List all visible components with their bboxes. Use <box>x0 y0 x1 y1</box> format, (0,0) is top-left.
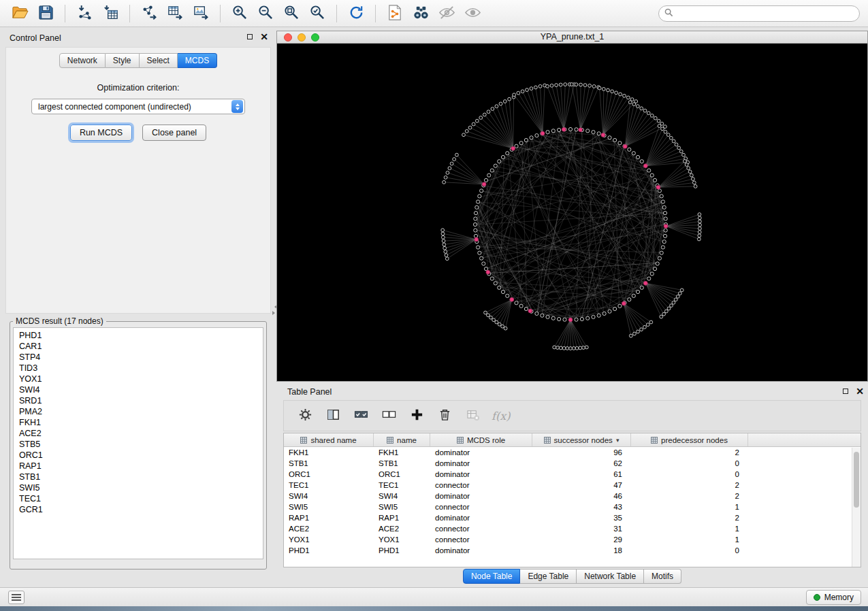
eye-icon <box>464 4 481 23</box>
memory-label: Memory <box>824 593 854 602</box>
column-header-MCDS-role[interactable]: MCDS role <box>430 433 532 446</box>
result-node[interactable]: TEC1 <box>14 493 263 504</box>
table-settings-button[interactable] <box>296 407 314 425</box>
show-columns-button[interactable] <box>324 407 342 425</box>
import-table-disabled-button <box>464 407 481 425</box>
result-node[interactable]: CAR1 <box>14 341 263 352</box>
tab-motifs[interactable]: Motifs <box>644 569 681 584</box>
float-panel-button[interactable] <box>247 34 253 39</box>
close-window-button[interactable] <box>284 33 292 42</box>
cell-successor-nodes: 29 <box>532 535 631 544</box>
result-node[interactable]: SRD1 <box>14 395 263 406</box>
tab-edge-table[interactable]: Edge Table <box>520 569 577 584</box>
result-node[interactable]: TID3 <box>14 363 263 374</box>
result-node[interactable]: SWI4 <box>14 384 263 395</box>
import-network-icon <box>76 4 93 23</box>
export-image-button[interactable] <box>189 3 212 24</box>
result-node[interactable]: ACE2 <box>14 428 263 439</box>
table-row[interactable]: SWI4SWI4dominator462 <box>284 491 861 501</box>
result-node[interactable]: PHD1 <box>14 330 263 341</box>
result-node[interactable]: STP4 <box>14 352 263 363</box>
result-node[interactable]: RAP1 <box>14 461 263 472</box>
tab-network-table[interactable]: Network Table <box>577 569 644 584</box>
open-file-button[interactable] <box>8 3 31 24</box>
cell-successor-nodes: 35 <box>532 514 631 522</box>
control-panel-title: Control Panel <box>10 33 61 43</box>
control-panel: Control Panel ✕ NetworkStyleSelectMCDS O… <box>4 31 272 584</box>
hide-graphics-button[interactable] <box>435 3 458 24</box>
find-button[interactable] <box>409 3 432 24</box>
zoom-selected-button[interactable] <box>306 3 329 24</box>
tab-node-table[interactable]: Node Table <box>463 569 521 584</box>
cell-successor-nodes: 62 <box>532 459 631 467</box>
new-table-button[interactable] <box>163 3 187 24</box>
scrollbar-thumb[interactable] <box>854 452 859 508</box>
show-graphics-button[interactable] <box>461 3 484 24</box>
optimization-criterion-select[interactable]: largest connected component (undirected) <box>31 99 245 114</box>
result-node[interactable]: FKH1 <box>14 417 263 428</box>
tab-style[interactable]: Style <box>106 53 140 68</box>
column-header-predecessor-nodes[interactable]: predecessor nodes <box>631 433 748 446</box>
zoom-fit-button[interactable] <box>280 3 303 24</box>
column-header-name[interactable]: name <box>374 433 430 446</box>
minimize-window-button[interactable] <box>298 33 306 42</box>
binoculars-icon <box>413 4 430 23</box>
result-node[interactable]: ORC1 <box>14 450 263 461</box>
import-network-button[interactable] <box>73 3 96 24</box>
result-node[interactable]: STB5 <box>14 439 263 450</box>
float-table-panel-button[interactable] <box>843 389 848 394</box>
zoom-in-button[interactable] <box>228 3 251 24</box>
result-node[interactable]: PMA2 <box>14 406 263 417</box>
desktop-background <box>0 606 868 611</box>
close-panel-icon-button[interactable]: ✕ <box>260 33 268 40</box>
tab-network[interactable]: Network <box>59 53 106 68</box>
result-node[interactable]: SWI5 <box>14 482 263 493</box>
tab-select[interactable]: Select <box>140 53 178 68</box>
table-scrollbar[interactable] <box>852 448 861 567</box>
share-document-icon <box>387 4 404 23</box>
create-column-button[interactable] <box>408 407 425 425</box>
cell-MCDS-role: connector <box>430 503 532 511</box>
table-row[interactable]: ACE2ACE2connector311 <box>284 523 861 534</box>
import-table-button[interactable] <box>99 3 122 24</box>
run-mcds-button[interactable]: Run MCDS <box>70 125 132 141</box>
save-session-button[interactable] <box>34 3 57 24</box>
result-node[interactable]: STB1 <box>14 472 263 482</box>
network-window-titlebar[interactable]: YPA_prune.txt_1 <box>277 31 867 44</box>
memory-status-icon <box>814 594 820 601</box>
result-node[interactable]: YOX1 <box>14 374 263 384</box>
search-input[interactable] <box>677 9 854 18</box>
column-header-shared-name[interactable]: shared name <box>284 433 374 446</box>
table-tabs: Node TableEdge TableNetwork TableMotifs <box>276 563 868 584</box>
search-box[interactable] <box>658 5 860 22</box>
table-row[interactable]: TEC1TEC1connector472 <box>284 480 861 491</box>
memory-button[interactable]: Memory <box>806 590 861 605</box>
delete-column-button[interactable] <box>436 407 453 425</box>
close-panel-button[interactable]: Close panel <box>142 125 206 141</box>
table-row[interactable]: PHD1PHD1dominator180 <box>284 545 861 556</box>
export-image-icon <box>193 4 210 23</box>
table-row[interactable]: ORC1ORC1dominator610 <box>284 469 861 480</box>
result-node[interactable]: GCR1 <box>14 504 263 515</box>
mcds-result-group: MCDS result (17 nodes) PHD1CAR1STP4TID3Y… <box>10 316 267 569</box>
column-header-successor-nodes[interactable]: successor nodes▾ <box>532 433 631 446</box>
table-row[interactable]: STB1STB1dominator620 <box>284 458 861 469</box>
select-all-columns-button[interactable] <box>352 407 370 425</box>
table-row[interactable]: FKH1FKH1dominator962 <box>284 447 861 458</box>
apply-layout-button[interactable] <box>344 3 368 24</box>
network-canvas[interactable] <box>277 44 867 381</box>
task-history-button[interactable] <box>8 591 25 604</box>
deselect-all-columns-button[interactable] <box>380 407 398 425</box>
import-table-icon <box>102 4 119 23</box>
table-row[interactable]: SWI5SWI5connector431 <box>284 501 861 512</box>
zoom-out-button[interactable] <box>254 3 277 24</box>
table-toolbar: f(x) <box>283 400 861 431</box>
zoom-window-button[interactable] <box>311 33 319 42</box>
share-document-button[interactable] <box>383 3 406 24</box>
table-row[interactable]: YOX1YOX1connector291 <box>284 534 861 545</box>
cell-name: RAP1 <box>374 514 430 522</box>
tab-mcds[interactable]: MCDS <box>178 53 217 68</box>
close-table-panel-button[interactable]: ✕ <box>856 388 864 395</box>
new-network-button[interactable] <box>138 3 161 24</box>
table-row[interactable]: RAP1RAP1dominator352 <box>284 512 861 523</box>
